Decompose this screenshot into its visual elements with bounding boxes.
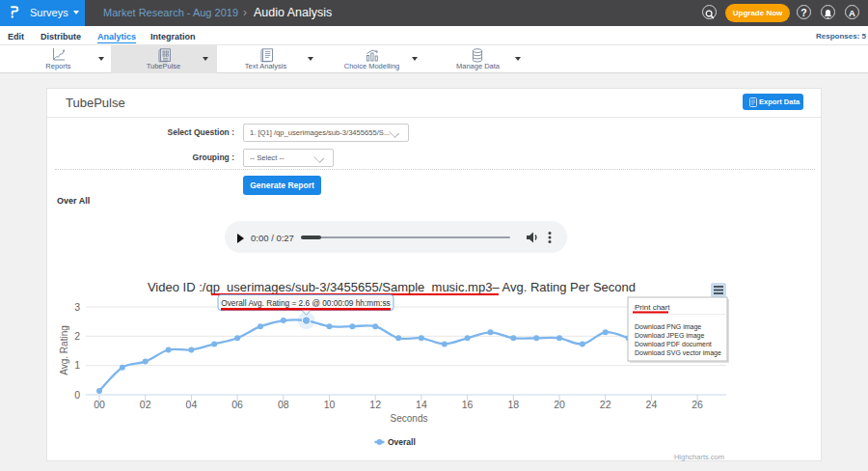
- svg-text:Download SVG vector image: Download SVG vector image: [635, 349, 721, 357]
- svg-text:Video ID :/qp_userimages/sub-3: Video ID :/qp_userimages/sub-3/3455655/S…: [148, 280, 636, 294]
- svg-text:06: 06: [231, 399, 243, 410]
- svg-text:10: 10: [324, 399, 336, 410]
- svg-text:16: 16: [462, 399, 474, 410]
- svg-text:2: 2: [74, 330, 80, 342]
- svg-text:26: 26: [692, 399, 703, 410]
- svg-text:0: 0: [74, 389, 80, 401]
- svg-text:02: 02: [140, 399, 151, 410]
- svg-text:Print chart: Print chart: [635, 303, 670, 312]
- svg-text:Download PNG image: Download PNG image: [635, 323, 701, 331]
- svg-text:1: 1: [74, 359, 80, 371]
- svg-text:Download PDF document: Download PDF document: [635, 341, 712, 347]
- svg-text:Overall: Overall: [388, 437, 416, 447]
- svg-text:3: 3: [74, 301, 80, 313]
- svg-text:18: 18: [507, 399, 519, 410]
- svg-text:Seconds: Seconds: [391, 413, 428, 424]
- svg-text:04: 04: [186, 399, 198, 410]
- svg-text:Download JPEG image: Download JPEG image: [635, 332, 704, 340]
- svg-text:Highcharts.com: Highcharts.com: [674, 453, 724, 461]
- svg-text:12: 12: [369, 399, 381, 410]
- svg-text:14: 14: [416, 399, 427, 410]
- svg-text:00: 00: [94, 399, 105, 410]
- svg-text:20: 20: [554, 399, 565, 410]
- svg-text:22: 22: [600, 399, 611, 410]
- svg-text:Overall Avg. Rating = 2.6 @ 00: Overall Avg. Rating = 2.6 @ 00:00:09 hh:…: [221, 298, 390, 308]
- svg-text:08: 08: [278, 399, 289, 410]
- svg-text:Avg. Rating: Avg. Rating: [59, 325, 69, 375]
- svg-text:24: 24: [646, 399, 658, 410]
